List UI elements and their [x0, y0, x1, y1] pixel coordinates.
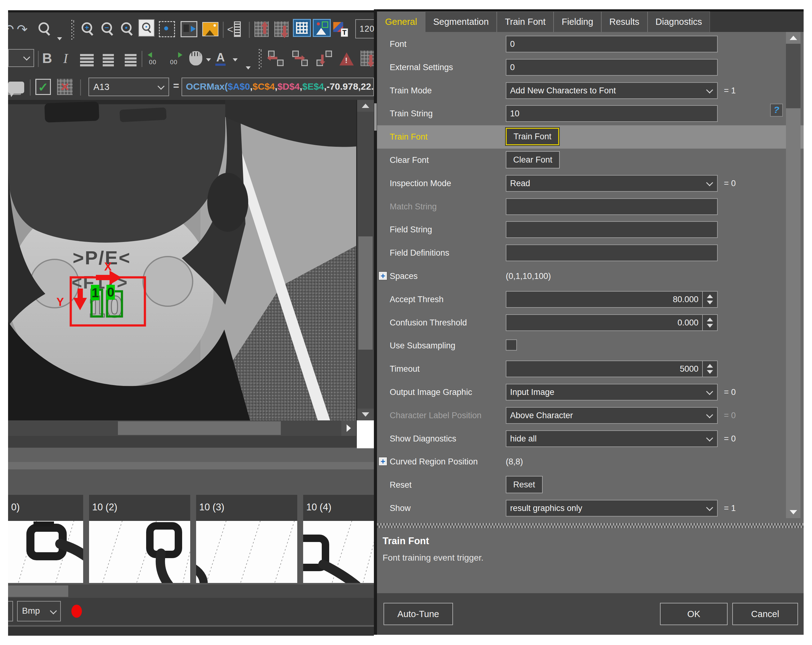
ok-button[interactable]: OK — [660, 603, 728, 625]
reset-button[interactable]: Reset — [506, 476, 543, 493]
inspection-image[interactable]: >P/E< <F17> 1 0 X — [8, 100, 356, 420]
cell-reference-combo[interactable]: A13 — [89, 78, 169, 96]
property-dropdown-output-image-graphic[interactable]: Input Image — [506, 384, 718, 401]
scroll-down-icon[interactable] — [357, 409, 374, 420]
image-vertical-scrollbar[interactable] — [356, 100, 374, 420]
property-spinner-timeout[interactable]: 5000 — [506, 360, 718, 377]
zoom-level-input[interactable]: 120 — [355, 19, 374, 38]
bold-icon[interactable]: B — [42, 50, 52, 67]
tab-train-font[interactable]: Train Font — [497, 11, 554, 32]
filmstrip-thumbnail-3[interactable]: 10 (4) — [303, 495, 374, 583]
side-panel-icon[interactable]: < — [227, 20, 241, 38]
redo-icon[interactable]: ↷ — [17, 20, 27, 38]
font-color-caret-icon[interactable] — [233, 58, 238, 61]
property-input-font[interactable]: 0 — [506, 36, 718, 52]
zoom-region-icon[interactable]: • — [138, 19, 154, 37]
pan-options-caret-icon[interactable] — [206, 58, 211, 61]
image-display-icon[interactable] — [202, 20, 218, 38]
expand-plus-icon[interactable]: + — [379, 271, 387, 280]
pane-splitter[interactable] — [374, 9, 377, 635]
zoom-fit-grid-icon[interactable] — [159, 20, 175, 38]
tab-fielding[interactable]: Fielding — [554, 11, 601, 32]
property-spinner-confusion-threshold[interactable]: 0.000 — [506, 314, 718, 331]
pan-hand-icon[interactable] — [189, 50, 202, 67]
spinner-buttons[interactable] — [702, 292, 717, 307]
increase-decimal-icon[interactable]: 00 — [168, 50, 184, 67]
clipped-button[interactable] — [8, 601, 13, 621]
spinner-buttons[interactable] — [702, 315, 717, 331]
align-center-icon[interactable] — [101, 50, 115, 67]
property-dropdown-show[interactable]: result graphics only — [506, 500, 718, 517]
font-select[interactable] — [8, 49, 34, 67]
image-transform-icon[interactable] — [180, 20, 197, 38]
filmstrip-thumbnail-0[interactable]: 0) — [8, 495, 83, 583]
horizontal-scroll-thumb[interactable] — [118, 421, 281, 435]
property-dropdown-character-label-position[interactable]: Above Character — [506, 407, 718, 424]
delete-row-icon[interactable] — [274, 20, 288, 38]
description-title: Train Font — [383, 535, 429, 547]
formula-input[interactable]: OCRMax($A$0,$C$4,$D$4,$E$4,-70.978,22.2 — [182, 78, 374, 96]
decrease-decimal-icon[interactable]: 00 — [147, 50, 163, 67]
filmstrip-scrollbar[interactable] — [8, 584, 374, 598]
splitter-handle[interactable] — [374, 103, 377, 131]
clear-font-button[interactable]: Clear Font — [506, 151, 560, 168]
search-icon[interactable] — [37, 20, 51, 38]
property-input-field-string[interactable] — [506, 221, 718, 238]
property-input-external-settings[interactable]: 0 — [506, 59, 718, 76]
comment-icon[interactable] — [8, 79, 24, 96]
property-input-match-string[interactable] — [506, 198, 718, 215]
scroll-down-icon[interactable] — [786, 506, 801, 518]
scroll-up-icon[interactable] — [786, 32, 801, 44]
align-right-icon[interactable] — [122, 50, 136, 67]
audit-sheet-icon[interactable] — [360, 50, 374, 67]
undo-icon[interactable]: ↶ — [8, 20, 14, 38]
filmstrip-thumbnail-2[interactable]: 10 (3) — [196, 495, 297, 583]
train-font-button[interactable]: Train Font — [506, 128, 559, 145]
scroll-right-icon[interactable] — [341, 420, 356, 436]
more-format-caret-icon[interactable] — [246, 66, 251, 70]
cancel-button[interactable]: Cancel — [732, 603, 798, 625]
panel-scrollbar[interactable] — [786, 32, 801, 518]
tab-results[interactable]: Results — [601, 11, 647, 32]
snippet-import-icon[interactable] — [268, 50, 284, 67]
zoom-in-icon[interactable]: + — [80, 20, 94, 38]
image-horizontal-scrollbar[interactable] — [8, 420, 356, 436]
more-tools-caret-icon[interactable] — [57, 37, 62, 40]
show-graphics-toggle-icon[interactable] — [313, 19, 331, 37]
property-spinner-accept-thresh[interactable]: 80.000 — [506, 291, 718, 308]
property-dropdown-show-diagnostics[interactable]: hide all — [506, 430, 718, 447]
snippet-export-icon[interactable] — [292, 50, 308, 67]
image-format-dropdown[interactable]: Bmp — [17, 601, 61, 621]
filmstrip-scroll-thumb[interactable] — [8, 586, 68, 597]
zoom-out-icon[interactable]: − — [100, 20, 114, 38]
property-row-curved-region-position: +Curved Region Position(8,8) — [377, 450, 804, 473]
show-grid-toggle-icon[interactable] — [293, 19, 311, 37]
italic-icon[interactable]: I — [61, 50, 70, 67]
thumbnail-label: 10 (4) — [306, 502, 331, 513]
tab-general[interactable]: General — [377, 11, 425, 32]
spinner-buttons[interactable] — [702, 361, 717, 377]
error-check-icon[interactable]: ! — [339, 50, 354, 67]
help-icon[interactable]: ? — [770, 104, 783, 117]
zoom-point-icon[interactable]: • — [120, 20, 133, 38]
vertical-scroll-thumb[interactable] — [359, 236, 372, 350]
custom-view-icon[interactable]: T — [333, 20, 348, 38]
cell-reference-icon[interactable] — [316, 50, 332, 67]
property-dropdown-train-mode[interactable]: Add New Characters to Font — [506, 82, 718, 99]
cancel-edit-icon[interactable]: × — [57, 78, 73, 96]
panel-scroll-thumb[interactable] — [786, 44, 801, 108]
accept-edit-icon[interactable]: ✓ — [35, 78, 51, 96]
scroll-up-icon[interactable] — [357, 100, 374, 112]
property-dropdown-inspection-mode[interactable]: Read — [506, 175, 718, 192]
property-input-train-string[interactable]: 10 — [506, 105, 718, 122]
font-color-icon[interactable]: A — [215, 50, 226, 67]
align-left-icon[interactable] — [80, 50, 94, 67]
tab-segmentation[interactable]: Segmentation — [425, 11, 497, 32]
property-input-field-definitions[interactable] — [506, 244, 718, 261]
expand-plus-icon[interactable]: + — [379, 457, 387, 466]
auto-tune-button[interactable]: Auto-Tune — [383, 603, 453, 625]
tab-diagnostics[interactable]: Diagnostics — [647, 11, 710, 32]
property-checkbox-use-subsampling[interactable] — [506, 339, 517, 351]
insert-row-icon[interactable] — [255, 20, 269, 38]
filmstrip-thumbnail-1[interactable]: 10 (2) — [89, 495, 190, 583]
